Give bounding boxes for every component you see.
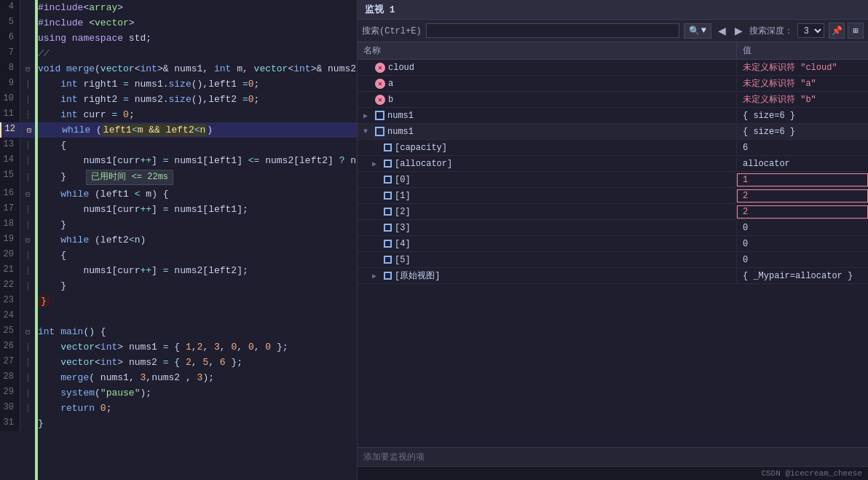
- line-gutter: ┊: [20, 138, 35, 153]
- watch-row-idx0[interactable]: [0] 1: [358, 172, 868, 188]
- code-line: 5 #include <vector>: [0, 15, 357, 31]
- error-icon-cloud: ✕: [375, 63, 385, 73]
- collapse-icon[interactable]: ⊟: [25, 126, 33, 135]
- line-gutter: ┊: [20, 153, 35, 168]
- watch-var-idx5: [5]: [395, 255, 411, 265]
- pin-button[interactable]: 📌: [829, 23, 845, 39]
- line-content: //: [35, 46, 357, 61]
- code-line: 6 using namespace std;: [0, 31, 357, 46]
- watch-value-allocator: allocator: [737, 157, 868, 170]
- watch-name-rawview: ▶ [原始视图]: [358, 268, 737, 283]
- watch-row-b[interactable]: ✕ b 未定义标识符 "b": [358, 92, 868, 108]
- search-label: 搜索(Ctrl+E): [362, 25, 422, 37]
- code-line: 8 ⊟ void merge(vector<int>& nums1, int m…: [0, 61, 357, 76]
- collapse-icon[interactable]: ⊟: [23, 236, 32, 245]
- line-number: 28: [0, 370, 20, 385]
- line-gutter: ┊: [20, 339, 35, 355]
- cube-icon-idx0: [384, 176, 392, 184]
- code-line: 29 ┊ system("pause");: [0, 385, 357, 401]
- line-content: merge( nums1, 3,nums2 , 3);: [35, 370, 357, 385]
- line-number: 18: [0, 217, 20, 232]
- watch-row-idx5[interactable]: [5] 0: [358, 252, 868, 268]
- watch-name-idx0: [0]: [358, 173, 737, 186]
- collapse-icon[interactable]: ⊟: [23, 190, 32, 199]
- watch-row-rawview[interactable]: ▶ [原始视图] { _Mypair=allocator }: [358, 268, 868, 284]
- watch-var-allocator: [allocator]: [395, 159, 452, 169]
- code-line: 19 ⊟ while (left2<n): [0, 232, 357, 248]
- cube-icon-idx2: [384, 208, 392, 216]
- line-content: #include<array>: [35, 0, 357, 15]
- line-number: 26: [0, 339, 20, 355]
- expand-arrow-nums1-collapsed[interactable]: ▶: [363, 111, 372, 120]
- bottom-bar: CSDN @icecream_cheese: [358, 466, 868, 480]
- line-content: #include <vector>: [35, 15, 357, 31]
- watch-name-idx4: [4]: [358, 237, 737, 251]
- line-content: nums1[curr++] = nums1[left1];: [35, 202, 357, 217]
- watch-name-nums1-expanded: ▼ nums1: [358, 125, 737, 138]
- line-gutter: ⊟: [20, 324, 35, 339]
- line-gutter: ⊟: [20, 232, 35, 248]
- nav-next-button[interactable]: ▶: [733, 25, 745, 36]
- code-line: 26 ┊ vector<int> nums1 = { 1,2, 3, 0, 0,…: [0, 339, 357, 355]
- line-gutter: [20, 0, 35, 15]
- expand-arrow-nums1-expanded[interactable]: ▼: [363, 127, 372, 135]
- line-gutter: ┊: [20, 278, 35, 294]
- watch-row-capacity[interactable]: [capacity] 6: [358, 140, 868, 156]
- watch-title: 监视 1: [358, 0, 868, 20]
- line-number: 9: [0, 76, 20, 92]
- collapse-icon[interactable]: ⊟: [23, 328, 32, 337]
- nav-prev-button[interactable]: ◀: [716, 25, 728, 36]
- csdn-attribution: CSDN @icecream_cheese: [761, 469, 862, 478]
- table-button[interactable]: ⊞: [848, 23, 864, 39]
- line-gutter: ┊: [20, 370, 35, 385]
- watch-row-cloud[interactable]: ✕ cloud 未定义标识符 "cloud": [358, 60, 868, 76]
- watch-value-idx0: 1: [737, 173, 868, 186]
- expand-arrow-allocator[interactable]: ▶: [372, 160, 381, 168]
- watch-row-idx2[interactable]: [2] 2: [358, 204, 868, 220]
- watch-row-idx3[interactable]: [3] 0: [358, 220, 868, 236]
- line-gutter: ┊: [20, 385, 35, 401]
- watch-footer[interactable]: 添加要监视的项: [358, 447, 868, 466]
- line-content: {: [35, 138, 357, 153]
- watch-header: 名称 值: [358, 42, 868, 60]
- watch-name-nums1-collapsed: ▶ nums1: [358, 109, 737, 122]
- line-gutter: [20, 31, 35, 46]
- code-line: 17 ┊ nums1[curr++] = nums1[left1];: [0, 202, 357, 217]
- watch-row-allocator[interactable]: ▶ [allocator] allocator: [358, 156, 868, 172]
- watch-value-idx2: 2: [737, 205, 868, 219]
- code-line: 22 ┊ }: [0, 278, 357, 294]
- watch-row-idx1[interactable]: [1] 2: [358, 188, 868, 204]
- code-line: 20 ┊ {: [0, 248, 357, 263]
- code-line: 13 ┊ {: [0, 138, 357, 153]
- search-button[interactable]: 🔍 ▼: [684, 23, 711, 39]
- watch-row-nums1-expanded[interactable]: ▼ nums1 { size=6 }: [358, 124, 868, 140]
- watch-row-idx4[interactable]: [4] 0: [358, 236, 868, 252]
- expand-arrow-rawview[interactable]: ▶: [372, 272, 381, 280]
- watch-row-a[interactable]: ✕ a 未定义标识符 "a": [358, 76, 868, 92]
- line-gutter: ┊: [20, 202, 35, 217]
- code-line: 25 ⊟ int main() {: [0, 324, 357, 339]
- line-gutter: ┊: [20, 168, 35, 186]
- line-content: vector<int> nums2 = { 2, 5, 6 };: [35, 355, 357, 370]
- depth-select[interactable]: 3 1 2 4 5: [797, 23, 824, 38]
- watch-row-nums1-collapsed[interactable]: ▶ nums1 { size=6 }: [358, 108, 868, 124]
- watch-var-idx2: [2]: [395, 207, 411, 217]
- line-gutter: [20, 309, 35, 324]
- line-content: int curr = 0;: [35, 107, 357, 122]
- watch-name-b: ✕ b: [358, 93, 737, 106]
- collapse-icon[interactable]: ⊟: [23, 65, 32, 74]
- cube-icon-idx3: [384, 224, 392, 232]
- code-line: 4 #include<array>: [0, 0, 357, 15]
- line-number: 23: [0, 294, 20, 309]
- line-gutter: [20, 15, 35, 31]
- line-number: 12: [1, 122, 22, 138]
- line-number: 5: [0, 15, 20, 31]
- search-input[interactable]: [426, 23, 679, 38]
- code-lines: 4 #include<array> 5 #include <vector> 6 …: [0, 0, 357, 431]
- watch-body: ✕ cloud 未定义标识符 "cloud" ✕ a 未定义标识符 "a" ✕: [358, 60, 868, 447]
- watch-var-capacity: [capacity]: [395, 143, 447, 153]
- line-content: nums1[curr++] = nums1[left1] <= nums2[le…: [35, 153, 357, 168]
- watch-value-a: 未定义标识符 "a": [737, 76, 868, 91]
- code-line: 18 ┊ }: [0, 217, 357, 232]
- line-number: 22: [0, 278, 20, 294]
